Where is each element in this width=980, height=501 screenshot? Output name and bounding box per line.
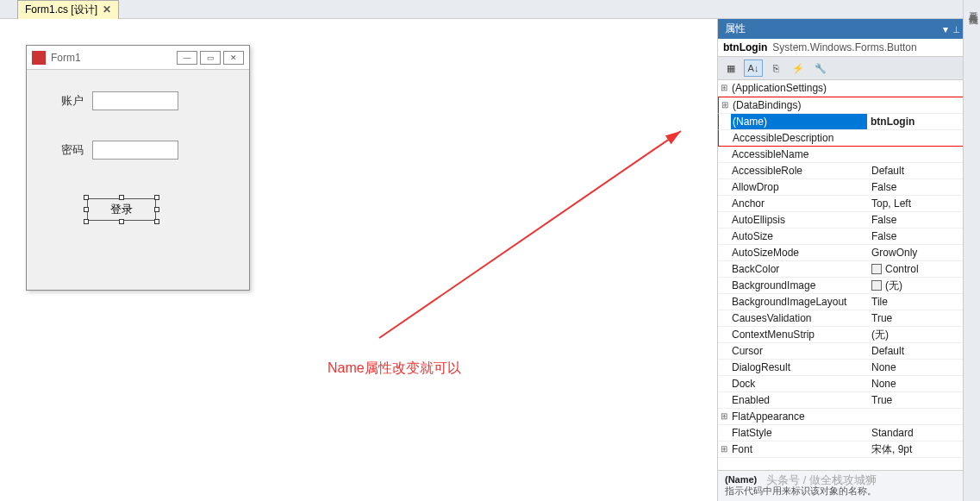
vertical-tabs[interactable]: 新工具 属性: [963, 0, 980, 501]
expand-icon[interactable]: [718, 212, 730, 228]
property-row[interactable]: DockNone: [718, 376, 980, 392]
close-tab-icon[interactable]: ✕: [103, 3, 111, 16]
expand-icon[interactable]: ⊞: [718, 442, 730, 457]
property-pages-icon[interactable]: ⎘: [766, 59, 785, 77]
form-window[interactable]: Form1 — ▭ ✕ 账户 密码 登录: [26, 45, 250, 291]
maximize-icon[interactable]: ▭: [200, 51, 221, 65]
dropdown-icon[interactable]: ▾: [943, 23, 948, 35]
close-icon[interactable]: ✕: [223, 51, 244, 65]
watermark: 头条号 / 做全栈攻城狮: [766, 473, 877, 488]
file-tab[interactable]: Form1.cs [设计] ✕: [17, 0, 119, 19]
property-name: Cursor: [730, 343, 868, 359]
expand-icon[interactable]: [718, 261, 730, 277]
password-label: 密码: [61, 142, 92, 158]
expand-icon[interactable]: ⊞: [718, 80, 730, 96]
property-row[interactable]: ⊞FlatAppearance: [718, 409, 980, 425]
property-row[interactable]: FlatStyleStandard: [718, 425, 980, 442]
property-row[interactable]: BackgroundImageLayoutTile: [718, 294, 980, 310]
panel-toolbar: ▦ A↓ ⎘ ⚡ 🔧: [718, 57, 980, 80]
events-icon[interactable]: ⚡: [789, 59, 808, 77]
form-body: 账户 密码 登录: [27, 70, 249, 242]
expand-icon[interactable]: ⊞: [718, 409, 730, 424]
expand-icon[interactable]: [719, 130, 731, 146]
login-button[interactable]: 登录: [87, 198, 156, 221]
expand-icon[interactable]: [718, 196, 730, 211]
expand-icon[interactable]: [718, 425, 730, 441]
property-name: FlatStyle: [730, 425, 868, 441]
property-row[interactable]: AccessibleDescription: [718, 130, 980, 147]
categorized-icon[interactable]: ▦: [721, 59, 740, 77]
property-name: Dock: [730, 376, 868, 391]
property-name: AutoEllipsis: [730, 212, 868, 228]
property-row[interactable]: AllowDropFalse: [718, 179, 980, 196]
expand-icon[interactable]: [718, 179, 730, 195]
expand-icon[interactable]: [718, 229, 730, 244]
property-row[interactable]: (Name)btnLogin: [718, 114, 980, 130]
expand-icon[interactable]: [718, 294, 730, 310]
expand-icon[interactable]: [719, 114, 731, 129]
property-row[interactable]: AccessibleRoleDefault: [718, 163, 980, 179]
property-name: AutoSizeMode: [730, 245, 868, 260]
expand-icon[interactable]: [718, 147, 730, 162]
property-name: CausesValidation: [730, 310, 868, 326]
property-name: (ApplicationSettings): [730, 80, 868, 96]
object-selector[interactable]: btnLogin System.Windows.Forms.Button ▾: [718, 39, 980, 57]
password-input[interactable]: [92, 141, 178, 160]
property-row[interactable]: CausesValidationTrue: [718, 310, 980, 327]
property-row[interactable]: ⊞(ApplicationSettings): [718, 80, 980, 97]
property-row[interactable]: AutoSizeModeGrowOnly: [718, 245, 980, 261]
object-type: System.Windows.Forms.Button: [772, 41, 970, 53]
property-name: AccessibleDescription: [731, 130, 867, 146]
property-row[interactable]: AutoEllipsisFalse: [718, 212, 980, 229]
property-name: ContextMenuStrip: [730, 327, 868, 342]
expand-icon[interactable]: ⊞: [719, 97, 731, 113]
account-input[interactable]: [92, 91, 178, 110]
expand-icon[interactable]: [718, 278, 730, 293]
tab-bar: Form1.cs [设计] ✕: [0, 0, 980, 19]
property-row[interactable]: ⊞Font宋体, 9pt: [718, 442, 980, 458]
property-row[interactable]: AnchorTop, Left: [718, 196, 980, 212]
account-label: 账户: [61, 93, 92, 109]
expand-icon[interactable]: [718, 343, 730, 359]
color-swatch-icon: [871, 280, 882, 291]
tab-title: Form1.cs [设计]: [25, 3, 97, 17]
panel-header: 属性 ▾ ⟂ ✕: [718, 19, 980, 39]
property-name: Anchor: [730, 196, 868, 211]
svg-line-0: [379, 131, 681, 338]
property-name: DialogResult: [730, 360, 868, 375]
expand-icon[interactable]: [718, 360, 730, 375]
property-name: (DataBindings): [731, 97, 867, 113]
expand-icon[interactable]: [718, 376, 730, 391]
property-row[interactable]: AccessibleName: [718, 147, 980, 163]
expand-icon[interactable]: [718, 163, 730, 178]
minimize-icon[interactable]: —: [177, 51, 197, 65]
color-swatch-icon: [871, 264, 882, 274]
property-grid[interactable]: ⊞(ApplicationSettings)⊞(DataBindings)(Na…: [718, 80, 980, 470]
messages-icon[interactable]: 🔧: [811, 59, 830, 77]
property-row[interactable]: AutoSizeFalse: [718, 229, 980, 245]
property-name: BackColor: [730, 261, 868, 277]
object-name: btnLogin: [723, 41, 767, 53]
property-row[interactable]: ⊞(DataBindings): [718, 97, 980, 114]
panel-title: 属性: [725, 22, 746, 36]
property-row[interactable]: DialogResultNone: [718, 360, 980, 376]
expand-icon[interactable]: [718, 392, 730, 408]
designer-surface[interactable]: Form1 — ▭ ✕ 账户 密码 登录: [0, 19, 717, 501]
property-row[interactable]: BackColorControl: [718, 261, 980, 278]
expand-icon[interactable]: [718, 310, 730, 326]
property-row[interactable]: CursorDefault: [718, 343, 980, 360]
button-selection[interactable]: 登录: [87, 198, 156, 221]
property-name: AccessibleName: [730, 147, 868, 162]
footer-name: (Name): [725, 474, 757, 485]
pin-icon[interactable]: ⟂: [953, 23, 959, 35]
property-row[interactable]: EnabledTrue: [718, 392, 980, 409]
expand-icon[interactable]: [718, 245, 730, 260]
property-name: AllowDrop: [730, 179, 868, 195]
property-name: BackgroundImageLayout: [730, 294, 868, 310]
property-row[interactable]: ContextMenuStrip(无): [718, 327, 980, 343]
expand-icon[interactable]: [718, 327, 730, 342]
property-name: Font: [730, 442, 868, 457]
alphabetical-icon[interactable]: A↓: [744, 59, 763, 77]
property-row[interactable]: BackgroundImage(无): [718, 278, 980, 294]
properties-panel: 属性 ▾ ⟂ ✕ btnLogin System.Windows.Forms.B…: [717, 19, 980, 501]
